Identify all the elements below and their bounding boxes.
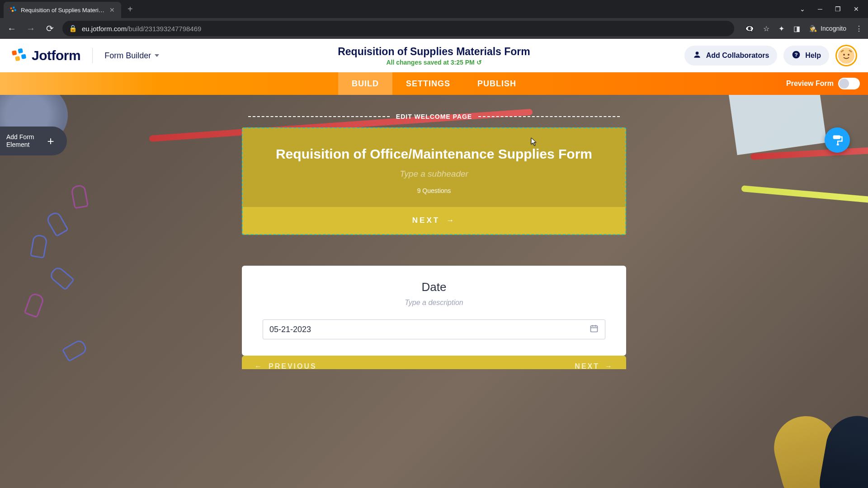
- plus-icon: +: [42, 133, 59, 149]
- incognito-icon: 🕵: [809, 25, 817, 32]
- date-input[interactable]: 05-21-2023: [263, 319, 605, 339]
- address-bar-actions: 👁‍🗨 ☆ ✦ ◨ 🕵 Incognito ⋮: [745, 24, 863, 33]
- question-label[interactable]: Date: [263, 280, 605, 294]
- logo-text: Jotform: [32, 48, 80, 63]
- extensions-icon[interactable]: ✦: [778, 24, 784, 33]
- tab-publish[interactable]: PUBLISH: [464, 72, 530, 95]
- add-element-label: Add Form Element: [6, 133, 38, 149]
- jotform-logo-icon: [11, 47, 27, 64]
- welcome-subheader[interactable]: Type a subheader: [256, 169, 612, 179]
- nav-tabs: BUILD SETTINGS PUBLISH: [338, 72, 530, 95]
- incognito-badge[interactable]: 🕵 Incognito: [809, 25, 846, 32]
- svg-rect-1: [13, 6, 15, 9]
- prev-label: PREVIOUS: [269, 362, 317, 369]
- page-title[interactable]: Requisition of Supplies Materials Form: [338, 46, 530, 58]
- header-right: Add Collaborators ? Help: [684, 45, 857, 66]
- svg-rect-4: [12, 50, 17, 55]
- builder-nav: BUILD SETTINGS PUBLISH Preview Form: [0, 72, 868, 95]
- divider: [92, 48, 93, 63]
- save-status: All changes saved at 3:25 PM ↺: [338, 59, 530, 66]
- avatar-icon: [838, 47, 854, 64]
- reload-button[interactable]: ⟳: [43, 23, 56, 34]
- bookmark-icon[interactable]: ☆: [763, 24, 769, 33]
- side-panel-icon[interactable]: ◨: [793, 24, 800, 33]
- svg-rect-0: [10, 7, 12, 9]
- minimize-icon[interactable]: ─: [818, 5, 822, 13]
- tab-build[interactable]: BUILD: [338, 72, 392, 95]
- welcome-divider[interactable]: EDIT WELCOME PAGE: [242, 113, 626, 120]
- next-label: NEXT: [412, 216, 440, 225]
- help-label: Help: [805, 52, 821, 60]
- svg-rect-5: [18, 48, 23, 53]
- kebab-menu-icon[interactable]: ⋮: [855, 24, 863, 33]
- svg-rect-3: [14, 9, 16, 11]
- svg-rect-16: [591, 326, 598, 332]
- help-icon: ?: [792, 50, 801, 61]
- welcome-card[interactable]: Requisition of Office/Maintenance Suppli…: [242, 127, 626, 235]
- arrow-right-icon: →: [605, 362, 613, 369]
- window-close-icon[interactable]: ✕: [854, 5, 859, 13]
- incognito-label: Incognito: [821, 25, 846, 32]
- browser-chrome: Requisition of Supplies Materials ✕ + ⌄ …: [0, 0, 868, 39]
- question-nav-footer: ← PREVIOUS NEXT →: [242, 356, 626, 369]
- preview-switch[interactable]: [838, 78, 860, 89]
- question-card-date[interactable]: Date Type a description 05-21-2023: [242, 266, 626, 356]
- form-canvas: Add Form Element + EDIT WELCOME PAGE Req…: [0, 95, 868, 488]
- question-count: 9 Questions: [256, 187, 612, 194]
- new-tab-button[interactable]: +: [121, 4, 139, 14]
- url-input[interactable]: 🔒 eu.jotform.com/build/231393247798469: [62, 21, 734, 36]
- browser-tab[interactable]: Requisition of Supplies Materials ✕: [4, 2, 121, 18]
- url-path: /build/231393247798469: [127, 25, 201, 33]
- preview-label: Preview Form: [786, 80, 834, 88]
- eye-off-icon[interactable]: 👁‍🗨: [745, 24, 754, 33]
- svg-rect-15: [837, 144, 839, 145]
- previous-button[interactable]: ← PREVIOUS: [255, 362, 317, 369]
- logo[interactable]: Jotform: [11, 47, 80, 64]
- avatar[interactable]: [835, 45, 857, 66]
- form-designer-button[interactable]: [825, 127, 850, 153]
- canvas-inner: EDIT WELCOME PAGE Requisition of Office/…: [242, 95, 626, 369]
- welcome-divider-label: EDIT WELCOME PAGE: [396, 113, 472, 120]
- add-form-element-button[interactable]: Add Form Element +: [0, 127, 67, 155]
- preview-toggle: Preview Form: [786, 78, 860, 89]
- welcome-next-button[interactable]: NEXT →: [243, 207, 625, 234]
- next-label-2: NEXT: [575, 362, 599, 369]
- arrow-right-icon: →: [446, 216, 456, 225]
- back-button[interactable]: ←: [5, 23, 18, 34]
- tab-settings[interactable]: SETTINGS: [392, 72, 464, 95]
- tab-search-icon[interactable]: ⌄: [800, 5, 805, 13]
- chevron-down-icon: [155, 54, 159, 57]
- next-button[interactable]: NEXT →: [575, 362, 613, 369]
- close-icon[interactable]: ✕: [109, 6, 115, 14]
- date-value: 05-21-2023: [269, 325, 311, 334]
- mouse-cursor: [531, 137, 537, 146]
- svg-point-8: [695, 52, 698, 55]
- svg-point-11: [838, 47, 854, 64]
- welcome-header: Requisition of Office/Maintenance Suppli…: [243, 128, 625, 207]
- tab-bar: Requisition of Supplies Materials ✕ + ⌄ …: [0, 0, 868, 18]
- svg-text:?: ?: [795, 52, 798, 57]
- welcome-title[interactable]: Requisition of Office/Maintenance Suppli…: [256, 146, 612, 162]
- arrow-left-icon: ←: [255, 362, 263, 369]
- tab-title: Requisition of Supplies Materials: [21, 7, 106, 14]
- user-icon: [693, 50, 702, 61]
- form-builder-dropdown[interactable]: Form Builder: [104, 51, 159, 61]
- forward-button[interactable]: →: [24, 23, 37, 34]
- maximize-icon[interactable]: ❐: [835, 5, 841, 13]
- svg-rect-6: [15, 56, 20, 61]
- help-button[interactable]: ? Help: [783, 46, 829, 66]
- header-center: Requisition of Supplies Materials Form A…: [338, 46, 530, 66]
- form-builder-label: Form Builder: [104, 51, 151, 61]
- app-header: Jotform Form Builder Requisition of Supp…: [0, 39, 868, 72]
- question-description[interactable]: Type a description: [263, 299, 605, 307]
- svg-rect-7: [21, 54, 26, 59]
- collaborators-label: Add Collaborators: [706, 52, 769, 60]
- lock-icon: 🔒: [69, 24, 77, 33]
- address-bar: ← → ⟳ 🔒 eu.jotform.com/build/23139324779…: [0, 18, 868, 39]
- svg-point-13: [848, 54, 849, 56]
- svg-rect-2: [12, 10, 14, 12]
- add-collaborators-button[interactable]: Add Collaborators: [684, 46, 778, 66]
- paint-roller-icon: [831, 134, 844, 146]
- calendar-icon[interactable]: [590, 324, 599, 335]
- svg-point-12: [843, 54, 845, 56]
